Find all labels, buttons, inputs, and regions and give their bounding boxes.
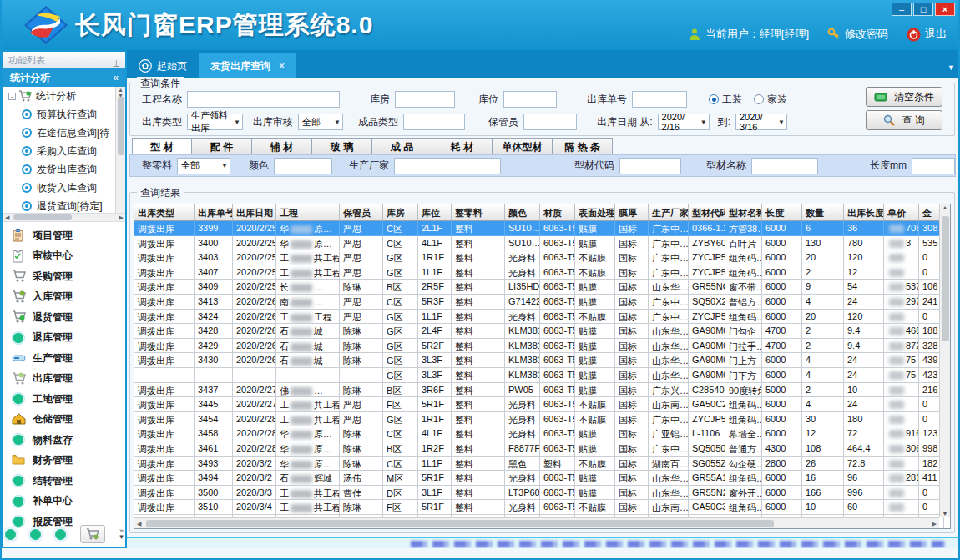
tree-item[interactable]: 预算执行查询 — [3, 105, 125, 124]
grid-vertical-scrollbar[interactable]: ▲ ▼ — [939, 204, 950, 517]
table-row[interactable]: 调拨出库34002020/2/25华原…严思C区4L1F整料SU10…6063-… — [134, 236, 949, 251]
column-header[interactable]: 长度 — [762, 204, 802, 220]
scroll-up-icon[interactable]: ▲ — [942, 204, 948, 210]
tree-item[interactable]: 在途信息查询[待 — [3, 124, 125, 142]
table-row[interactable]: 调拨出库35002020/3/3工共工程曹佳D区3L1F整料LT3P606063… — [134, 486, 949, 501]
table-row[interactable]: 调拨出库34242020/2/26工工程严思G区1L1F整料光身料6063-T5… — [134, 310, 949, 325]
table-row[interactable]: 调拨出库34452020/2/27工共工程严思F区5R1F整料光身料6063-T… — [134, 397, 949, 412]
profile-name-input[interactable] — [751, 158, 818, 174]
tab-overflow-dropdown-icon[interactable]: ▼ — [947, 63, 955, 72]
tree-item[interactable]: 采购入库查询 — [3, 142, 125, 160]
tree-item[interactable]: 退货查询[待定] — [3, 197, 125, 214]
maximize-button[interactable]: □ — [913, 3, 933, 16]
overflow-chevron-icon[interactable]: »▾ — [119, 528, 124, 540]
tree-horizontal-scrollbar[interactable]: ◀ ▶ — [3, 214, 125, 222]
scroll-up-icon[interactable]: ▲ — [118, 87, 124, 93]
change-password-button[interactable]: 修改密码 — [827, 27, 888, 42]
column-header[interactable]: 数量 — [802, 204, 844, 220]
material-tab[interactable]: 耗 材 — [432, 138, 493, 155]
sidebar-nav-item[interactable]: 入库管理 — [3, 287, 125, 308]
radio-home[interactable]: 家装 — [754, 93, 787, 107]
scrollbar-thumb[interactable] — [13, 214, 72, 220]
column-header[interactable]: 库位 — [418, 204, 452, 220]
sidebar-nav-item[interactable]: 财务管理 — [3, 451, 125, 472]
column-header[interactable]: 出库类型 — [134, 204, 195, 220]
table-row[interactable]: 调拨出库34612020/2/28华原…陈琳B区1R2F整料F8877FT606… — [134, 441, 949, 457]
product-type-input[interactable] — [403, 114, 465, 130]
logout-button[interactable]: 退出 — [907, 27, 947, 42]
clear-conditions-button[interactable]: 清空条件 — [866, 87, 942, 107]
tree-vertical-scrollbar[interactable]: ▲ ▼ — [115, 87, 125, 214]
overflow-dot-button[interactable] — [30, 529, 41, 540]
sidebar-nav-item[interactable]: 项目管理 — [3, 225, 125, 246]
scroll-left-icon[interactable]: ◀ — [137, 521, 141, 527]
scrollbar-thumb[interactable] — [146, 520, 774, 527]
table-row[interactable]: 调拨出库34542020/2/28工共工程严思G区1R1F整料光身料6063-T… — [134, 412, 949, 427]
column-header[interactable]: 型材代码 — [689, 204, 725, 220]
tree-item[interactable]: 收货入库查询 — [3, 179, 125, 197]
table-row[interactable]: 调拨出库34292020/2/26石城陈琳G区5R2F整料KLM38176063… — [134, 339, 949, 354]
date-to-select[interactable]: 2020/ 3/16▼ — [735, 114, 787, 130]
material-tab[interactable]: 玻 璃 — [312, 138, 372, 155]
audit-select[interactable]: 全部▼ — [298, 114, 343, 130]
material-tab[interactable]: 配 件 — [192, 138, 252, 155]
color-input[interactable] — [274, 158, 332, 174]
warehouse-input[interactable] — [395, 91, 455, 108]
collapse-icon[interactable]: « — [113, 68, 119, 87]
maker-input[interactable] — [394, 158, 501, 174]
scroll-right-icon[interactable]: ▶ — [932, 521, 937, 527]
table-row[interactable]: 调拨出库34282020/2/26石城陈琳G区2L4F整料KLM38176063… — [134, 324, 949, 339]
sidebar-nav-item[interactable]: 物料盘存 — [3, 430, 125, 451]
sidebar-section-header[interactable]: 统计分析 « — [3, 68, 125, 87]
project-name-input[interactable] — [187, 91, 340, 108]
table-row[interactable]: 调拨出库34932020/3/2华原…陈琳C区1L1F整料黑色塑料不贴膜国标湖南… — [134, 457, 949, 472]
table-row[interactable]: G区3L3F整料KLM38176063-T5贴膜国标山东华…GA90M09.门下… — [134, 368, 949, 383]
out-no-input[interactable] — [632, 91, 687, 108]
keeper-input[interactable] — [523, 114, 577, 130]
table-row[interactable]: 调拨出库34072020/2/25工共工程严思G区1L1F整料光身料6063-T… — [134, 265, 949, 280]
sidebar-nav-item[interactable]: 采购管理 — [3, 266, 125, 287]
whole-part-select[interactable]: 全部▼ — [177, 158, 230, 174]
scrollbar-thumb[interactable] — [118, 97, 124, 155]
date-from-select[interactable]: 2020/ 2/16▼ — [658, 114, 710, 130]
column-header[interactable]: 库房 — [383, 204, 418, 220]
sidebar-nav-item[interactable]: 退库管理 — [3, 328, 125, 349]
location-input[interactable] — [503, 91, 557, 108]
table-row[interactable]: 调拨出库35102020/3/4工共工程陈琳F区5R1F整料光身料6063-T5… — [134, 500, 949, 515]
sidebar-nav-item[interactable]: 补单中心 — [3, 492, 125, 512]
tab-home[interactable]: 起始页 — [127, 53, 199, 78]
column-header[interactable]: 膜厚 — [615, 204, 649, 220]
overflow-dot-button[interactable] — [55, 529, 66, 540]
material-tab[interactable]: 单体型材 — [493, 138, 553, 155]
grid-horizontal-scrollbar[interactable]: ◀ ▶ — [134, 517, 939, 528]
table-row[interactable]: 调拨出库33992020/2/25华原…严思C区2L1F整料SU10…6063-… — [134, 221, 949, 236]
column-header[interactable]: 型材名称 — [725, 204, 762, 220]
material-tab[interactable]: 辅 材 — [252, 138, 312, 155]
column-header[interactable]: 保管员 — [340, 204, 383, 220]
tree-item[interactable]: 发货出库查询 — [3, 160, 125, 179]
material-tab[interactable]: 成 品 — [372, 138, 432, 155]
length-input[interactable] — [912, 158, 955, 174]
column-header[interactable]: 单价 — [884, 204, 919, 220]
table-row[interactable]: 调拨出库34582020/2/28华原…陈琳C区4L1F整料光身料6063-T5… — [134, 426, 949, 441]
tree-root[interactable]: - 统计分析 — [3, 87, 125, 105]
sidebar-nav-item[interactable]: 生产管理 — [3, 348, 125, 369]
sidebar-nav-item[interactable]: 仓储管理 — [3, 410, 125, 431]
column-header[interactable]: 颜色 — [505, 204, 540, 220]
overflow-cart-button[interactable] — [80, 525, 105, 543]
tab-close-icon[interactable]: × — [279, 60, 285, 72]
sidebar-nav-item[interactable]: 审核中心 — [3, 246, 125, 267]
column-header[interactable]: 出库单号 — [195, 204, 233, 220]
column-header[interactable]: 工程 — [276, 204, 340, 220]
table-row[interactable]: 调拨出库34372020/2/27佛…陈琳B区3R6F整料PW056063-T5… — [134, 383, 949, 398]
sidebar-nav-item[interactable]: 出库管理 — [3, 369, 125, 390]
overflow-dot-button[interactable] — [5, 529, 16, 540]
column-header[interactable]: 出库日期 — [233, 204, 276, 220]
minimize-button[interactable]: – — [892, 3, 912, 16]
sidebar-nav-item[interactable]: 工地管理 — [3, 389, 125, 410]
table-row[interactable]: 调拨出库34302020/2/26石城陈琳G区3L3F整料KLM38176063… — [134, 353, 949, 368]
table-row[interactable]: 调拨出库34942020/3/2石辉城汤伟M区5R1F整料光身料6063-T5贴… — [134, 471, 949, 486]
tab-shipment-query[interactable]: 发货出库查询 × — [199, 53, 296, 78]
radio-industrial[interactable]: 工装 — [709, 93, 742, 107]
profile-code-input[interactable] — [619, 158, 681, 174]
